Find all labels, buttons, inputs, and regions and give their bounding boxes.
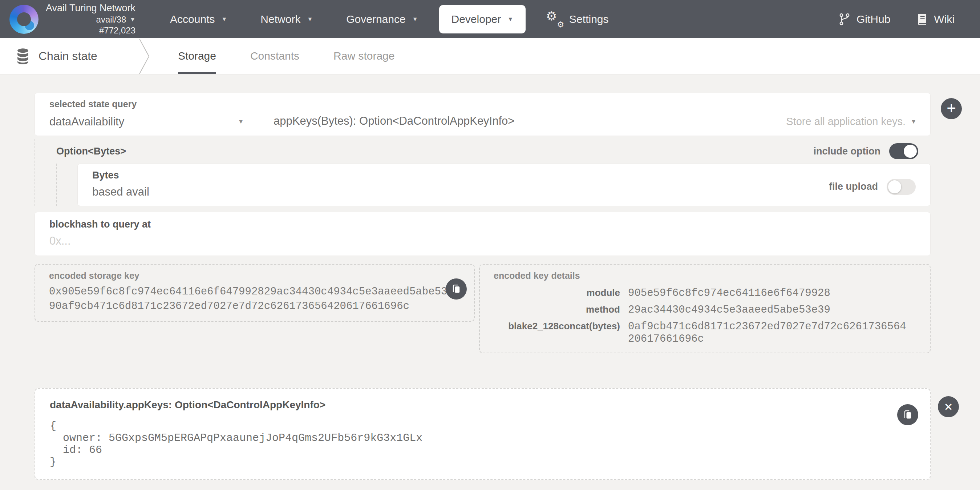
query-result-card: dataAvailability.appKeys: Option<DaContr… [35,388,931,480]
bytes-input[interactable] [92,185,419,198]
encoded-storage-key-box: encoded storage key 0x905e59f6c8fc974ec6… [35,264,475,322]
copy-icon [452,284,461,294]
include-option-toggle[interactable] [889,143,918,159]
wiki-link[interactable]: Wiki [916,13,955,26]
breadcrumb-chevron-icon [137,38,153,75]
tab-bar: Chain state Storage Constants Raw storag… [0,38,980,75]
query-label: selected state query [49,99,258,109]
runtime-version: avail/38 [96,14,126,25]
selected-state-query-card: selected state query dataAvailability ▼ … [35,93,931,136]
file-upload-label: file upload [829,181,878,192]
param-type-label: Option<Bytes> [56,146,126,157]
github-link[interactable]: GitHub [838,12,890,26]
query-params: Option<Bytes> include option Bytes file … [35,139,931,206]
close-icon: ✕ [944,401,953,413]
nav-item-settings[interactable]: ⚙ ⚙ Settings [547,12,608,27]
code-branch-icon [838,12,851,26]
chevron-down-icon: ▼ [911,118,916,125]
add-query-button[interactable]: + [941,98,962,119]
chain-state-page: selected state query dataAvailability ▼ … [0,75,980,480]
chevron-down-icon: ▼ [412,16,418,22]
method-select-value: appKeys(Bytes): Option<DaControlAppKeyIn… [274,115,514,128]
section-title: Chain state [0,38,97,74]
copy-result-button[interactable] [897,404,918,425]
method-select[interactable]: appKeys(Bytes): Option<DaControlAppKeyIn… [258,99,930,128]
chevron-down-icon: ▼ [238,118,244,125]
chevron-down-icon: ▼ [130,17,135,22]
tab-raw-storage[interactable]: Raw storage [333,38,395,74]
blockhash-input[interactable] [49,235,558,247]
book-icon [916,13,928,26]
result-json: { owner: 5GGxpsGM5pERGAPqPxaaunejJoP4qGm… [50,420,915,468]
gears-icon: ⚙ ⚙ [547,12,563,27]
nav-item-network[interactable]: Network ▼ [261,13,313,26]
chevron-down-icon: ▼ [307,16,313,22]
database-icon [15,48,30,65]
encoded-storage-key-value: 0x905e59f6c8fc974ec64116e6f647992829ac34… [49,285,460,314]
pallet-select-value: dataAvailability [49,115,124,128]
external-links: GitHub Wiki [838,12,955,26]
nav-item-developer[interactable]: Developer ▼ [439,5,526,34]
detail-row-blake2: blake2_128concat(bytes) 0af9cb471c6d8171… [494,319,916,345]
tabs: Storage Constants Raw storage [178,38,395,74]
blockhash-label: blockhash to query at [49,219,916,230]
pallet-select[interactable]: dataAvailability ▼ [49,115,258,128]
avail-logo-icon [10,5,38,34]
chevron-down-icon: ▼ [221,16,228,22]
section-title-label: Chain state [38,49,97,63]
include-option-label: include option [814,146,880,157]
tab-storage[interactable]: Storage [178,38,216,74]
bytes-param-card: Bytes file upload [77,164,931,206]
nesting-guide: Bytes file upload [56,164,931,206]
encoded-key-details-label: encoded key details [494,270,916,281]
nav-item-governance[interactable]: Governance ▼ [346,13,418,26]
result-title: dataAvailability.appKeys: Option<DaContr… [50,399,915,411]
file-upload-toggle[interactable] [887,179,916,195]
main-nav: Accounts ▼ Network ▼ Governance ▼ Develo… [170,5,608,34]
encoded-key-details-box: encoded key details module 905e59f6c8fc9… [479,264,931,353]
detail-row-method: method 29ac34430c4934c5e3aaeed5abe53e39 [494,302,916,317]
bytes-label: Bytes [92,170,419,181]
tab-constants[interactable]: Constants [250,38,299,74]
copy-icon [903,409,912,420]
network-name: Avail Turing Network [46,2,135,14]
blockhash-card: blockhash to query at [35,212,931,256]
remove-query-button[interactable]: ✕ [938,396,959,417]
chevron-down-icon: ▼ [508,16,513,22]
copy-storage-key-button[interactable] [446,278,467,300]
nav-item-accounts[interactable]: Accounts ▼ [170,13,227,26]
brand: Avail Turing Network avail/38 ▼ #772,023 [10,2,135,36]
detail-row-module: module 905e59f6c8fc974ec64116e6f6479928 [494,285,916,300]
best-block-number: #772,023 [99,25,135,36]
method-docs-hint: Store all application keys. [786,116,905,128]
encoded-storage-key-label: encoded storage key [49,270,460,281]
runtime-version-dropdown[interactable]: avail/38 ▼ [96,14,136,25]
top-nav-bar: Avail Turing Network avail/38 ▼ #772,023… [0,0,980,38]
